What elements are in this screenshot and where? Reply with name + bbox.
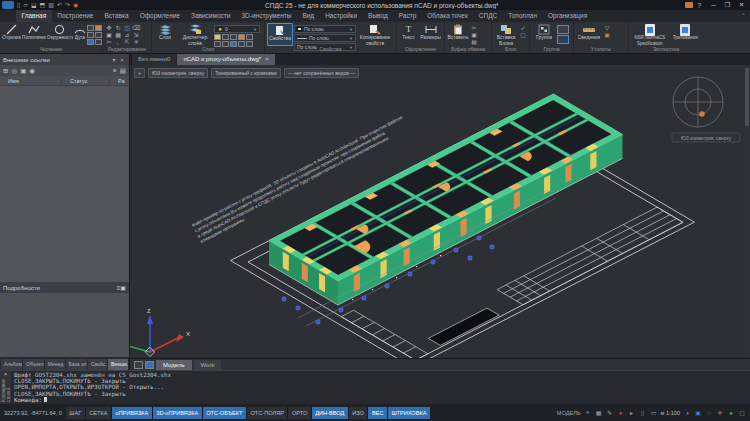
toggle-dyn-input[interactable]: ДИН-ВВОД (312, 407, 349, 419)
scale-icon[interactable]: ⇲ (132, 32, 140, 38)
new-file-icon[interactable]: ▯ (17, 1, 20, 9)
viewport-visual-style-control[interactable]: Тонированный с кромками (211, 68, 281, 78)
command-prompt[interactable]: Команда: (14, 397, 42, 403)
layout-new-icon[interactable] (145, 361, 154, 369)
linetype-combo[interactable]: По слою ▼ (294, 34, 356, 42)
mini-tool-icon[interactable] (87, 39, 94, 45)
close-palette-icon[interactable]: × (118, 57, 126, 63)
attach-dwg-icon[interactable]: ⊞ (3, 67, 8, 75)
measure-button[interactable]: Сведения (576, 23, 602, 46)
nsr-normacs-button[interactable]: NSR NormaCS Specification (631, 23, 668, 46)
stretch-icon[interactable]: ⇱ (123, 39, 131, 45)
column-status[interactable]: Статус (62, 78, 110, 84)
mini-tool-icon[interactable] (87, 25, 94, 31)
undo-icon[interactable]: ↶ (57, 1, 62, 9)
group-button[interactable]: Группа (532, 23, 556, 46)
mini-tool-icon[interactable] (87, 32, 94, 38)
ribbon-collapse-icon[interactable]: ⌃ (741, 10, 746, 22)
zoom-window-icon[interactable]: ▣ (694, 409, 702, 416)
record-icon[interactable]: ● (617, 410, 625, 416)
view-compass[interactable]: ЮЗ изометрия, сверху (672, 77, 740, 142)
model-space-label[interactable]: МОДЕЛЬ (557, 410, 581, 416)
close-tab-icon[interactable]: × (265, 56, 269, 62)
layer-lock-icon[interactable] (230, 34, 237, 40)
layout-tab-model[interactable]: Модель (156, 360, 192, 370)
canvas-scrollbar[interactable] (745, 65, 750, 358)
toggle-3d-osnap[interactable]: 3D-оПРИВЯЗКА (153, 407, 203, 419)
circle-button[interactable]: Окружность (47, 23, 73, 46)
ribbon-tab-glavnaya[interactable]: Главная (16, 10, 52, 22)
ribbon-tab-oformlenie[interactable]: Оформление (134, 10, 185, 22)
toggle-ortho[interactable]: ОРТО (288, 407, 311, 419)
attach-image-icon[interactable]: ◎ (11, 67, 17, 75)
column-name[interactable]: Имя (0, 78, 62, 84)
layers-button[interactable]: Слои (154, 23, 176, 46)
copy-icon[interactable]: ▣ (105, 32, 113, 38)
filter-icon[interactable]: ▽ (603, 25, 611, 31)
grid-display-icon[interactable]: ▦ (595, 409, 603, 416)
column-size[interactable]: Ра (110, 78, 129, 84)
ribbon-tab-topoplan[interactable]: Топоплан (503, 10, 543, 22)
status-ok-icon[interactable]: ● (727, 410, 735, 416)
ribbon-tab-zavisimosti[interactable]: Зависимости (185, 10, 235, 22)
tab-albums[interactable]: Альбомы (1, 359, 22, 370)
ribbon-tab-3d[interactable]: 3D-инструменты (236, 10, 297, 22)
ribbon-tab-oblaka[interactable]: Облака точек (422, 10, 474, 22)
layer-plot-icon[interactable] (246, 34, 253, 40)
clipboard-icon[interactable]: ▯ (639, 409, 647, 416)
copy-clip-icon[interactable]: ▣ (470, 32, 478, 38)
workspace-icon[interactable]: ⌖ (584, 409, 592, 416)
ribbon-tab-organizatsiya[interactable]: Организация (543, 10, 593, 22)
toggle-iso[interactable]: ИЗО (349, 407, 369, 419)
ribbon-tab-postroenie[interactable]: Построение (52, 10, 99, 22)
match-properties-button[interactable]: Копирование свойств (357, 23, 393, 46)
properties-button[interactable]: Свойства (267, 23, 293, 46)
toggle-grid[interactable]: СЕТКА (86, 407, 112, 419)
help-button[interactable]: ? (697, 2, 701, 9)
redo-icon[interactable]: ↷ (65, 1, 70, 9)
copy-base-icon[interactable]: ▤ (470, 39, 478, 45)
paste-button[interactable]: Вставить (447, 23, 469, 46)
toggle-hatch[interactable]: ШТРИХОВКА (388, 407, 431, 419)
minimize-button[interactable]: ─ (707, 1, 720, 9)
toggle-osnap[interactable]: оПРИВЯЗКА (112, 407, 153, 419)
tab-manager[interactable]: Менед... (45, 359, 65, 370)
mini-tool-icon[interactable] (95, 32, 102, 38)
ruler-icon[interactable]: ▭ (650, 409, 658, 416)
paint-icon[interactable]: ◑ (683, 410, 691, 416)
layout-list-icon[interactable] (134, 361, 143, 369)
mirror-icon[interactable]: ◫ (123, 25, 131, 31)
close-button[interactable]: ✕ (735, 1, 748, 9)
cursor-icon[interactable]: ▸ (628, 409, 636, 416)
annotation-icon[interactable]: ✎ (606, 409, 614, 416)
line-button[interactable]: Отрезок (2, 23, 21, 46)
print-icon[interactable]: ▥ (48, 1, 54, 9)
ribbon-tab-rastr[interactable]: Растр (393, 10, 422, 22)
ungroup-icon[interactable] (557, 25, 569, 34)
quick-select-icon[interactable]: ▣ (603, 32, 611, 38)
layer-color-icon[interactable] (238, 34, 245, 40)
cut-icon[interactable]: ✂ (470, 25, 478, 31)
layer-combo[interactable]: ● 0 ▼ (214, 25, 260, 33)
block-check-icon[interactable]: ✓ (519, 25, 527, 31)
toggle-polar[interactable]: ОТС-ПОЛЯР (247, 407, 288, 419)
tree-view-icon[interactable]: ▤ (120, 67, 126, 75)
color-combo[interactable]: По слою ▼ (294, 25, 356, 33)
ribbon-tab-vstavka[interactable]: Вставка (99, 10, 134, 22)
tab-objects[interactable]: Объекты (23, 359, 44, 370)
mini-tool-icon[interactable] (95, 25, 102, 31)
ribbon-tab-spds[interactable]: СПДС (473, 10, 502, 22)
drawing-canvas[interactable]: + ЮЗ изометрия, сверху Тонированный с кр… (130, 65, 750, 358)
command-history[interactable]: Шрифт GOST2304.shx заменён на CS_Gost230… (11, 371, 750, 404)
layer-freeze-icon[interactable] (222, 34, 229, 40)
requirements-button[interactable]: Требования (669, 23, 701, 46)
toggle-snap[interactable]: ШАГ (66, 407, 86, 419)
fillet-icon[interactable]: ◟ (114, 39, 122, 45)
scale-indicator[interactable]: м 1:100 (661, 410, 680, 416)
list-view-icon[interactable]: ≡ (113, 67, 117, 74)
tab-properties[interactable]: Свойс... (88, 359, 107, 370)
app-logo-icon[interactable] (2, 1, 14, 9)
zoom-icon[interactable]: ◌ (705, 410, 713, 416)
command-close-icon[interactable]: × (4, 371, 7, 378)
pan-icon[interactable]: ✛ (716, 409, 724, 416)
